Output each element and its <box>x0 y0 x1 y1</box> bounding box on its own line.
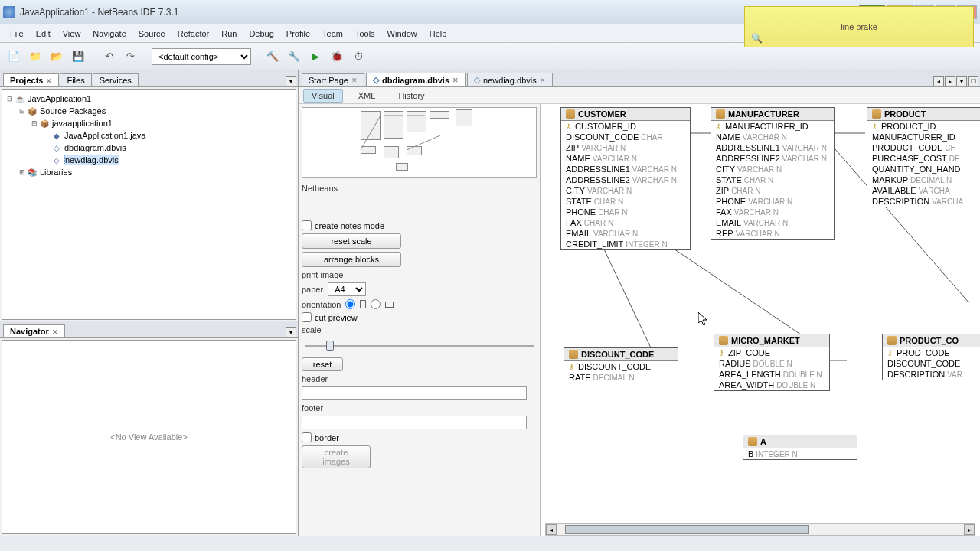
menu-debug[interactable]: Debug <box>243 28 279 40</box>
cut-preview-checkbox[interactable]: cut preview <box>302 312 537 322</box>
tab-services[interactable]: Services <box>93 73 139 86</box>
table-column[interactable]: ⚷MANUFACTURER_ID <box>711 121 834 132</box>
table-column[interactable]: EMAIL VARCHAR N <box>561 228 690 239</box>
table-column[interactable]: NAME VARCHAR N <box>561 153 690 164</box>
close-icon[interactable]: ✕ <box>46 77 52 85</box>
tree-node-pkg[interactable]: javaapplication1 <box>52 119 113 128</box>
table-column[interactable]: STATE CHAR N <box>561 196 690 207</box>
tree-node-sourcepkg[interactable]: Source Packages <box>40 106 106 116</box>
subtab-visual[interactable]: Visual <box>303 89 343 103</box>
table-column[interactable]: ADDRESSLINE2 VARCHAR N <box>711 153 834 164</box>
profile-icon[interactable]: ⏱ <box>349 47 368 66</box>
table-column[interactable]: DESCRIPTION VAR <box>883 369 980 380</box>
border-checkbox[interactable]: border <box>302 432 537 442</box>
table-column[interactable]: DISCOUNT_CODE <box>883 358 980 369</box>
table-column[interactable]: AREA_WIDTH DOUBLE N <box>714 380 829 390</box>
tab-navigator[interactable]: Navigator✕ <box>3 324 65 337</box>
table-discount-code[interactable]: DISCOUNT_CODE ⚷DISCOUNT_CODE RATE DECIMA… <box>564 347 678 383</box>
orientation-portrait-radio[interactable] <box>345 299 355 309</box>
scroll-left-icon[interactable]: ◂ <box>546 524 557 535</box>
tab-start-page[interactable]: Start Page✕ <box>302 73 364 86</box>
clean-build-icon[interactable]: 🔧 <box>285 47 303 66</box>
config-select[interactable]: <default config> <box>152 48 251 65</box>
undo-icon[interactable]: ↶ <box>100 47 118 66</box>
diagram-canvas[interactable]: CUSTOMER ⚷CUSTOMER_ID DISCOUNT_CODE CHAR… <box>541 104 980 536</box>
tree-node-file[interactable]: JavaApplication1.java <box>64 131 145 140</box>
table-column[interactable]: ⚷DISCOUNT_CODE <box>564 361 678 372</box>
table-column[interactable]: MANUFACTURER_ID <box>867 132 980 142</box>
orientation-landscape-radio[interactable] <box>371 299 381 309</box>
table-column[interactable]: PURCHASE_COST DE <box>867 153 980 164</box>
table-column[interactable]: MARKUP DECIMAL N <box>867 174 980 185</box>
subtab-xml[interactable]: XML <box>351 90 384 102</box>
table-customer[interactable]: CUSTOMER ⚷CUSTOMER_ID DISCOUNT_CODE CHAR… <box>560 107 691 250</box>
table-micro-market[interactable]: MICRO_MARKET ⚷ZIP_CODE RADIUS DOUBLE NAR… <box>714 334 830 391</box>
menu-view[interactable]: View <box>57 28 87 40</box>
save-all-icon[interactable]: 💾 <box>69 47 87 66</box>
project-tree[interactable]: ⊟☕JavaApplication1 ⊟📦Source Packages ⊟📦j… <box>2 89 296 320</box>
redo-icon[interactable]: ↷ <box>121 47 139 66</box>
arrange-blocks-button[interactable]: arrange blocks <box>302 252 401 267</box>
table-manufacturer[interactable]: MANUFACTURER ⚷MANUFACTURER_ID NAME VARCH… <box>710 107 835 240</box>
reset-button[interactable]: reset <box>302 357 343 371</box>
reset-scale-button[interactable]: reset scale <box>302 233 401 249</box>
table-column[interactable]: QUANTITY_ON_HAND <box>867 164 980 174</box>
header-input[interactable] <box>302 386 527 400</box>
tree-toggle-icon[interactable]: ⊟ <box>5 95 15 103</box>
menu-refactor[interactable]: Refactor <box>172 28 215 40</box>
close-icon[interactable]: ✕ <box>452 77 459 84</box>
debug-icon[interactable]: 🐞 <box>328 47 346 66</box>
table-product[interactable]: PRODUCT ⚷PRODUCT_ID MANUFACTURER_ID PROD… <box>867 107 980 207</box>
table-column[interactable]: ⚷PRODUCT_ID <box>867 121 980 132</box>
tab-newdiag[interactable]: ◇newdiag.dbvis✕ <box>467 73 553 86</box>
table-column[interactable]: FAX VARCHAR N <box>711 207 834 217</box>
menu-tools[interactable]: Tools <box>350 28 381 40</box>
build-icon[interactable]: 🔨 <box>263 47 282 66</box>
table-column[interactable]: NAME VARCHAR N <box>711 132 834 142</box>
tree-node-libraries[interactable]: Libraries <box>40 168 72 177</box>
table-product-co[interactable]: PRODUCT_CO ⚷PROD_CODE DISCOUNT_CODE DESC… <box>882 334 980 380</box>
tab-list-icon[interactable]: ▾ <box>956 76 967 86</box>
table-column[interactable]: REP VARCHAR N <box>711 228 834 239</box>
menu-window[interactable]: Window <box>382 28 423 40</box>
panel-minimize-icon[interactable]: ▾ <box>286 327 296 337</box>
tree-toggle-icon[interactable]: ⊟ <box>18 107 27 115</box>
table-column[interactable]: RADIUS DOUBLE N <box>714 358 829 369</box>
table-column[interactable]: CITY VARCHAR N <box>711 164 834 174</box>
table-column[interactable]: DISCOUNT_CODE CHAR <box>561 132 690 142</box>
new-project-icon[interactable]: 📁 <box>26 47 44 66</box>
table-column[interactable]: AVAILABLE VARCHA <box>867 185 980 196</box>
horizontal-scrollbar[interactable]: ◂ ▸ <box>545 523 975 536</box>
scroll-right-icon[interactable]: ▸ <box>964 524 975 535</box>
footer-input[interactable] <box>302 416 527 429</box>
table-column[interactable]: STATE CHAR N <box>711 174 834 185</box>
new-file-icon[interactable]: 📄 <box>5 47 23 66</box>
tab-projects[interactable]: Projects✕ <box>3 73 59 86</box>
create-images-button[interactable]: create images <box>302 445 371 468</box>
table-column[interactable]: PHONE CHAR N <box>561 207 690 217</box>
panel-minimize-icon[interactable]: ▾ <box>286 76 296 86</box>
tree-node-file-selected[interactable]: newdiag.dbvis <box>64 155 119 165</box>
tree-toggle-icon[interactable]: ⊟ <box>30 119 39 127</box>
table-column[interactable]: ZIP CHAR N <box>711 185 834 196</box>
scale-slider[interactable] <box>305 345 534 347</box>
table-column[interactable]: ADDRESSLINE1 VARCHAR N <box>711 142 834 153</box>
table-column[interactable]: CITY VARCHAR N <box>561 185 690 196</box>
tab-prev-icon[interactable]: ◂ <box>933 76 944 86</box>
table-a[interactable]: A B INTEGER N <box>743 435 858 460</box>
table-column[interactable]: ADDRESSLINE1 VARCHAR N <box>561 164 690 174</box>
table-column[interactable]: ⚷CUSTOMER_ID <box>561 121 690 132</box>
table-column[interactable]: AREA_LENGTH DOUBLE N <box>714 369 829 380</box>
menu-source[interactable]: Source <box>133 28 171 40</box>
table-column[interactable]: ⚷PROD_CODE <box>883 347 980 358</box>
table-column[interactable]: ADDRESSLINE2 VARCHAR N <box>561 174 690 185</box>
subtab-history[interactable]: History <box>390 90 432 102</box>
menu-run[interactable]: Run <box>216 28 242 40</box>
table-column[interactable]: B INTEGER N <box>743 448 857 459</box>
table-column[interactable]: EMAIL VARCHAR N <box>711 217 834 228</box>
run-icon[interactable]: ▶ <box>306 47 325 66</box>
table-column[interactable]: PHONE VARCHAR N <box>711 196 834 207</box>
menu-team[interactable]: Team <box>317 28 348 40</box>
close-icon[interactable]: ✕ <box>540 77 546 84</box>
minimap[interactable] <box>302 107 537 178</box>
